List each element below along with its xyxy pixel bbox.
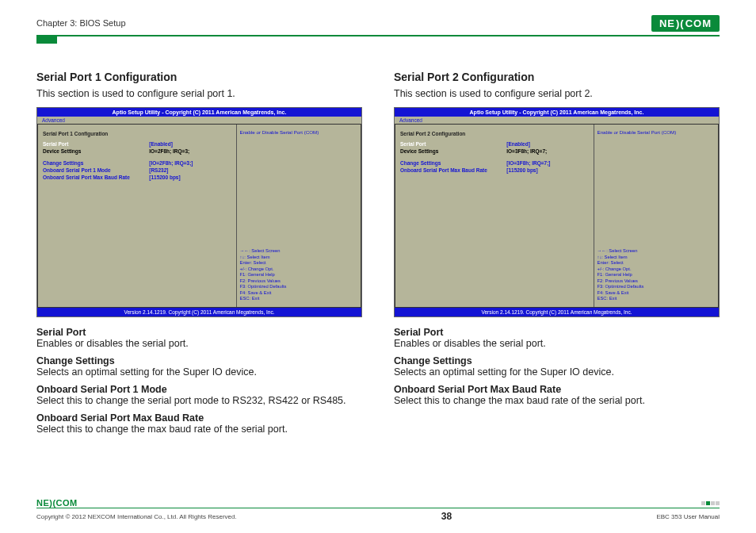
bios-row-value: [Enabled] <box>506 141 588 147</box>
bios-row: Onboard Serial Port 1 Mode[RS232] <box>43 167 231 173</box>
bios-row-value: [115200 bps] <box>149 174 231 180</box>
bios-footer: Version 2.14.1219. Copyright (C) 2011 Am… <box>395 308 719 316</box>
bios-right-pane: Enable or Disable Serial Port (COM) →←: … <box>236 125 361 307</box>
bios-body: Serial Port 1 Configuration Serial Port[… <box>37 124 361 308</box>
definition-desc: Selects an optimal setting for the Super… <box>394 366 720 378</box>
bios-legend-line: F1: General Help <box>598 272 715 278</box>
bios-legend-line: F1: General Help <box>240 272 357 278</box>
definition-desc: Enables or disables the serial port. <box>394 338 720 349</box>
bios-row-value: [IO=2F8h; IRQ=3;] <box>149 160 231 166</box>
bios-rows-1: Serial Port[Enabled]Device SettingsIO=3F… <box>400 141 589 154</box>
bios-row-value: [IO=3F8h; IRQ=7;] <box>506 160 588 166</box>
bios-left-pane: Serial Port 2 Configuration Serial Port[… <box>395 125 594 307</box>
definitions-left: Serial PortEnables or disables the seria… <box>36 327 362 435</box>
bios-key-legend: →←: Select Screen↑↓: Select ItemEnter: S… <box>240 248 357 302</box>
copyright: Copyright © 2012 NEXCOM International Co… <box>36 513 237 520</box>
bios-left-pane: Serial Port 1 Configuration Serial Port[… <box>38 125 236 307</box>
bios-row-label: Change Settings <box>43 160 149 166</box>
chapter-label: Chapter 3: BIOS Setup <box>36 18 126 28</box>
section-title: Serial Port 1 Configuration <box>36 71 362 83</box>
bios-help-text: Enable or Disable Serial Port (COM) <box>598 129 715 136</box>
bios-tab-advanced: Advanced <box>395 117 427 124</box>
page-number: 38 <box>441 511 452 522</box>
bios-row-label: Onboard Serial Port Max Baud Rate <box>400 167 506 173</box>
bios-legend-line: F2: Previous Values <box>240 278 357 285</box>
bios-legend-line: →←: Select Screen <box>240 248 357 255</box>
footer-row: Copyright © 2012 NEXCOM International Co… <box>36 511 720 522</box>
bios-row-label: Serial Port <box>400 141 506 147</box>
left-column: Serial Port 1 Configuration This section… <box>36 71 362 438</box>
bios-rows-2: Change Settings[IO=3F8h; IRQ=7;]Onboard … <box>400 160 589 173</box>
bios-heading: Serial Port 2 Configuration <box>400 131 589 136</box>
bios-legend-line: F3: Optimized Defaults <box>598 284 715 290</box>
definition-term: Change Settings <box>36 355 362 366</box>
bios-row: Serial Port[Enabled] <box>43 141 231 147</box>
header-accent <box>36 36 57 44</box>
definition-desc: Select this to change the serial port mo… <box>36 395 362 406</box>
bios-title: Aptio Setup Utility - Copyright (C) 2011… <box>37 108 361 117</box>
content-columns: Serial Port 1 Configuration This section… <box>36 71 720 438</box>
bios-row-label: Device Settings <box>400 148 506 154</box>
section-desc: This section is used to configure serial… <box>394 88 720 99</box>
section-desc: This section is used to configure serial… <box>36 88 362 99</box>
definition-term: Onboard Serial Port 1 Mode <box>36 384 362 395</box>
bios-screenshot-left: Aptio Setup Utility - Copyright (C) 2011… <box>36 107 362 317</box>
bios-legend-line: F3: Optimized Defaults <box>240 284 357 290</box>
bios-row: Device SettingsIO=2F8h; IRQ=3; <box>43 148 231 154</box>
definition-term: Change Settings <box>394 355 720 366</box>
footer-logo: NE)(COM <box>36 498 78 508</box>
bios-legend-line: F2: Previous Values <box>598 278 715 285</box>
bios-row: Serial Port[Enabled] <box>400 141 589 147</box>
definition-term: Onboard Serial Port Max Baud Rate <box>36 412 362 424</box>
footer-logo-row: NE)(COM <box>36 498 720 508</box>
bios-row-value: [RS232] <box>149 167 231 173</box>
definition-desc: Enables or disables the serial port. <box>36 338 362 349</box>
bios-row-label: Onboard Serial Port Max Baud Rate <box>43 174 149 180</box>
bios-legend-line: +/-: Change Opt. <box>240 266 357 273</box>
footer-rule <box>36 508 720 508</box>
bios-row-value: [Enabled] <box>149 141 231 147</box>
bios-row: Change Settings[IO=3F8h; IRQ=7;] <box>400 160 589 166</box>
bios-legend-line: Enter: Select <box>240 260 357 266</box>
bios-row: Onboard Serial Port Max Baud Rate[115200… <box>400 167 589 173</box>
section-title: Serial Port 2 Configuration <box>394 71 720 83</box>
definition-desc: Select this to change the max baud rate … <box>36 424 362 435</box>
bios-footer: Version 2.14.1219. Copyright (C) 2011 Am… <box>37 308 361 316</box>
bios-rows-2: Change Settings[IO=2F8h; IRQ=3;]Onboard … <box>43 160 231 180</box>
definition-desc: Selects an optimal setting for the Super… <box>36 366 362 378</box>
definition-term: Serial Port <box>394 327 720 338</box>
bios-tabs: Advanced <box>37 117 361 124</box>
bios-legend-line: ↑↓: Select Item <box>598 255 715 261</box>
definition-desc: Select this to change the max baud rate … <box>394 395 720 406</box>
bios-row: Onboard Serial Port Max Baud Rate[115200… <box>43 174 231 180</box>
bios-right-pane: Enable or Disable Serial Port (COM) →←: … <box>594 125 718 307</box>
bios-legend-line: ESC: Exit <box>598 296 715 302</box>
definition-term: Serial Port <box>36 327 362 338</box>
bios-title: Aptio Setup Utility - Copyright (C) 2011… <box>395 108 719 117</box>
header-rule <box>36 35 720 36</box>
bios-heading: Serial Port 1 Configuration <box>43 131 231 136</box>
brand-logo: NE)(COM <box>651 15 720 32</box>
bios-legend-line: ↑↓: Select Item <box>240 255 357 261</box>
bios-row: Device SettingsIO=3F8h; IRQ=7; <box>400 148 589 154</box>
bios-tabs: Advanced <box>395 117 719 124</box>
bios-legend-line: F4: Save & Exit <box>598 290 715 297</box>
right-column: Serial Port 2 Configuration This section… <box>394 71 720 438</box>
bios-legend-line: F4: Save & Exit <box>240 290 357 297</box>
bios-key-legend: →←: Select Screen↑↓: Select ItemEnter: S… <box>598 248 715 302</box>
page-footer: NE)(COM Copyright © 2012 NEXCOM Internat… <box>36 498 720 522</box>
bios-legend-line: →←: Select Screen <box>598 248 715 255</box>
bios-screenshot-right: Aptio Setup Utility - Copyright (C) 2011… <box>394 107 720 317</box>
bios-row-value: IO=2F8h; IRQ=3; <box>149 148 231 154</box>
bios-row-label: Onboard Serial Port 1 Mode <box>43 167 149 173</box>
bios-row-label: Serial Port <box>43 141 149 147</box>
bios-legend-line: Enter: Select <box>598 260 715 266</box>
bios-legend-line: +/-: Change Opt. <box>598 266 715 273</box>
bios-row-label: Change Settings <box>400 160 506 166</box>
bios-row-value: [115200 bps] <box>506 167 588 173</box>
bios-help-text: Enable or Disable Serial Port (COM) <box>240 129 357 136</box>
manual-name: EBC 353 User Manual <box>656 513 720 520</box>
definitions-right: Serial PortEnables or disables the seria… <box>394 327 720 406</box>
bios-row: Change Settings[IO=2F8h; IRQ=3;] <box>43 160 231 166</box>
page-header: Chapter 3: BIOS Setup NE)(COM <box>36 14 720 32</box>
